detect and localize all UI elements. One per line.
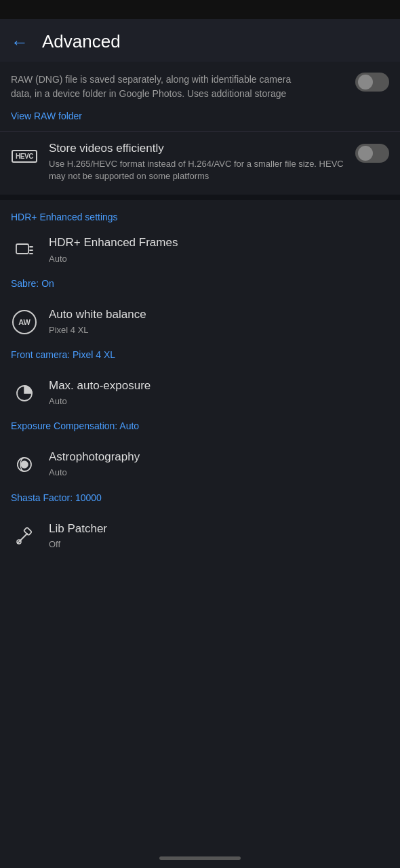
raw-toggle-switch[interactable] — [355, 73, 389, 92]
hdr-icon-svg — [15, 241, 34, 260]
lib-patcher-item[interactable]: Lib Patcher Off — [0, 512, 400, 560]
hdr-frames-text: HDR+ Enhanced Frames Auto — [49, 235, 389, 264]
svg-rect-8 — [24, 527, 32, 535]
front-camera-status-text: Front camera: Pixel 4 XL — [11, 349, 115, 360]
hevc-icon: HEVC — [11, 142, 38, 170]
hdr-frames-subtitle: Auto — [49, 253, 348, 265]
hdr-frames-icon — [11, 237, 38, 264]
store-videos-toggle-switch[interactable] — [355, 144, 389, 163]
shasta-status-text: Shasta Factor: 10000 — [11, 492, 102, 503]
hdr-enhanced-frames-item[interactable]: HDR+ Enhanced Frames Auto — [0, 226, 400, 274]
exposure-comp-status[interactable]: Exposure Compensation: Auto — [0, 417, 400, 440]
exposure-comp-text: Exposure Compensation: Auto — [11, 420, 139, 431]
home-indicator — [159, 856, 241, 860]
store-videos-item[interactable]: HEVC Store videos efficiently Use H.265/… — [0, 132, 400, 192]
store-videos-toggle[interactable] — [355, 144, 389, 163]
hdr-enhanced-settings-link[interactable]: HDR+ Enhanced settings — [11, 212, 118, 222]
patcher-icon — [11, 523, 38, 550]
astrophotography-item[interactable]: Astrophotography Auto — [0, 440, 400, 488]
astro-text: Astrophotography Auto — [49, 450, 389, 479]
exposure-icon — [11, 380, 38, 407]
awb-icon: AW — [11, 309, 38, 336]
store-videos-text: Store videos efficiently Use H.265/HEVC … — [49, 141, 389, 182]
svg-rect-0 — [16, 244, 28, 254]
awb-subtitle: Pixel 4 XL — [49, 324, 348, 336]
section-divider-1 — [0, 195, 400, 200]
content: RAW (DNG) file is saved separately, alon… — [0, 62, 400, 560]
page-title: Advanced — [42, 31, 121, 52]
astro-subtitle: Auto — [49, 467, 348, 479]
sabre-status[interactable]: Sabre: On — [0, 275, 400, 298]
shasta-status[interactable]: Shasta Factor: 10000 — [0, 489, 400, 512]
max-exposure-item[interactable]: Max. auto-exposure Auto — [0, 369, 400, 417]
patcher-icon-svg — [15, 527, 34, 546]
patcher-subtitle: Off — [49, 538, 348, 551]
store-videos-subtitle: Use H.265/HEVC format instead of H.264/A… — [49, 158, 348, 182]
raw-toggle[interactable] — [355, 73, 389, 92]
hdr-frames-title: HDR+ Enhanced Frames — [49, 235, 348, 250]
astro-title: Astrophotography — [49, 450, 348, 465]
raw-section: RAW (DNG) file is saved separately, alon… — [0, 62, 400, 104]
awb-title: Auto white balance — [49, 307, 348, 322]
front-camera-status[interactable]: Front camera: Pixel 4 XL — [0, 346, 400, 369]
awb-icon-circle: AW — [12, 310, 37, 334]
bottom-bar — [0, 850, 400, 868]
astro-icon — [11, 451, 38, 478]
astro-icon-svg — [15, 455, 34, 474]
auto-white-balance-item[interactable]: AW Auto white balance Pixel 4 XL — [0, 298, 400, 346]
hdr-enhanced-settings-section: HDR+ Enhanced settings — [0, 203, 400, 226]
awb-text: Auto white balance Pixel 4 XL — [49, 307, 389, 336]
patcher-text: Lib Patcher Off — [49, 521, 389, 551]
max-exposure-title: Max. auto-exposure — [49, 378, 348, 393]
back-button[interactable]: ← — [11, 33, 28, 51]
svg-line-7 — [18, 534, 27, 543]
store-videos-title: Store videos efficiently — [49, 141, 348, 156]
max-exposure-text: Max. auto-exposure Auto — [49, 378, 389, 408]
status-bar — [0, 0, 400, 19]
header: ← Advanced — [0, 19, 400, 62]
patcher-title: Lib Patcher — [49, 521, 348, 536]
exposure-icon-svg — [15, 384, 34, 403]
max-exposure-subtitle: Auto — [49, 395, 348, 408]
sabre-status-text: Sabre: On — [11, 278, 54, 289]
raw-description: RAW (DNG) file is saved separately, alon… — [11, 73, 346, 101]
svg-point-6 — [21, 461, 28, 468]
view-raw-link[interactable]: View RAW folder — [0, 104, 400, 131]
